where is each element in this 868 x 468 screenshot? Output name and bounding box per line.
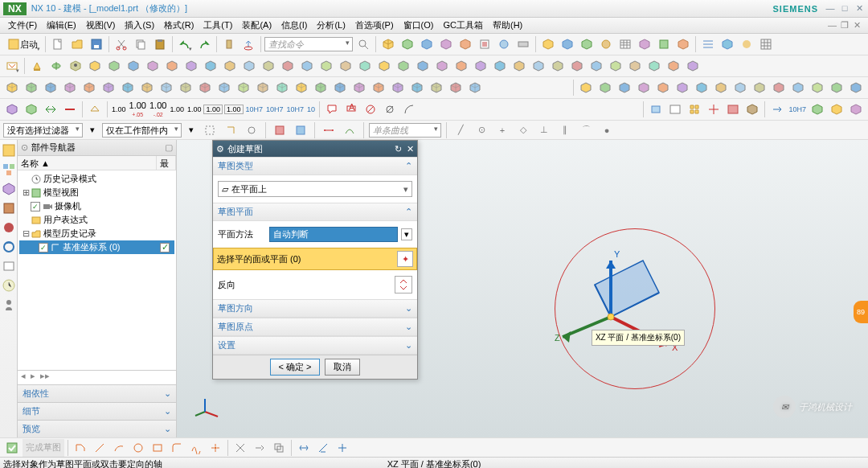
maximize-button[interactable]: □ bbox=[839, 3, 850, 14]
sel-icon-3[interactable] bbox=[243, 121, 260, 139]
feat-row2-icon-8[interactable] bbox=[158, 79, 175, 96]
datum-icon-1[interactable] bbox=[647, 101, 665, 118]
section-sketch-type[interactable]: 草图类型⌃ bbox=[213, 157, 417, 175]
tree-model-history[interactable]: ⊟模型历史记录 bbox=[19, 227, 174, 240]
minimize-button[interactable]: — bbox=[825, 3, 836, 14]
feat-row2-right-icon-10[interactable] bbox=[770, 79, 788, 96]
dim-tool-4[interactable] bbox=[61, 101, 79, 118]
sk-trim-icon[interactable] bbox=[231, 439, 249, 457]
feature-icon-11[interactable] bbox=[578, 35, 596, 53]
feat-row1-icon-9[interactable] bbox=[260, 57, 277, 75]
feat-row1-icon-28[interactable] bbox=[626, 57, 644, 75]
feature-icon-4[interactable] bbox=[437, 35, 455, 53]
open-file-icon[interactable] bbox=[68, 35, 86, 53]
ok-button[interactable]: < 确定 > bbox=[270, 359, 321, 376]
feat-row1-icon-29[interactable] bbox=[645, 57, 663, 75]
shaded-icon[interactable] bbox=[719, 35, 736, 53]
snap-icon-3[interactable]: + bbox=[493, 121, 511, 139]
menu-format[interactable]: 格式(R) bbox=[159, 18, 199, 33]
acc-details[interactable]: 细节⌄ bbox=[18, 402, 176, 420]
tree-model-view[interactable]: ⊞模型视图 bbox=[19, 186, 174, 199]
feat-row2-right-icon-6[interactable] bbox=[693, 79, 710, 96]
feat-row2-icon-11[interactable] bbox=[215, 79, 233, 96]
menu-assembly[interactable]: 装配(A) bbox=[237, 18, 276, 33]
feature-icon-8[interactable] bbox=[514, 35, 532, 53]
feat-row2-right-icon-12[interactable] bbox=[809, 79, 826, 96]
col-name[interactable]: 名称 ▲ bbox=[18, 156, 157, 170]
sel-icon-2[interactable] bbox=[222, 121, 240, 139]
feat-row2-icon-22[interactable] bbox=[428, 79, 445, 96]
feat-row2-icon-13[interactable] bbox=[254, 79, 272, 96]
dim-val-3[interactable]: 1.00-.02 bbox=[149, 101, 167, 118]
sk-arc-icon[interactable] bbox=[110, 439, 128, 457]
feat-row2-icon-4[interactable] bbox=[80, 79, 98, 96]
sketch-type-select[interactable]: ▱ 在平面上 bbox=[218, 181, 412, 197]
finish-sketch-label[interactable]: 完成草图 bbox=[23, 439, 64, 457]
sel-icon-1[interactable] bbox=[201, 121, 219, 139]
sel-icon-7[interactable] bbox=[341, 121, 358, 139]
revolve-icon[interactable] bbox=[47, 57, 65, 75]
sk-constraint-icon[interactable] bbox=[314, 439, 332, 457]
feat-row2-icon-23[interactable] bbox=[447, 79, 465, 96]
feat-row1-icon-22[interactable] bbox=[510, 57, 528, 75]
graphics-viewport[interactable]: ⚙ 创建草图 ↻ ✕ 草图类型⌃ ▱ 在平面上 草图平面⌃ 平面方法 自动判断 bbox=[177, 140, 868, 437]
mdi-close[interactable]: ✕ bbox=[854, 20, 865, 31]
dim-tool-1[interactable] bbox=[3, 101, 21, 118]
render-icon[interactable] bbox=[738, 35, 755, 53]
grid-icon[interactable] bbox=[757, 35, 775, 53]
sk-fillet-icon[interactable] bbox=[168, 439, 186, 457]
tree-camera[interactable]: ✓摄像机 bbox=[19, 199, 174, 213]
view-triad[interactable] bbox=[193, 389, 225, 421]
pin-icon[interactable]: ⊙ bbox=[21, 142, 28, 153]
datum-icon-5[interactable] bbox=[724, 101, 742, 118]
mdi-restore[interactable]: ❐ bbox=[841, 20, 852, 31]
menu-edit[interactable]: 编辑(E) bbox=[42, 18, 81, 33]
cancel-button[interactable]: 取消 bbox=[325, 359, 360, 376]
constraint-navigator-tab[interactable] bbox=[2, 182, 16, 196]
annotation-icon-2[interactable]: A bbox=[342, 101, 360, 118]
feat-row1-icon-11[interactable] bbox=[298, 57, 316, 75]
feat-row1-icon-0[interactable] bbox=[86, 57, 104, 75]
feat-row1-icon-17[interactable] bbox=[414, 57, 432, 75]
select-plane-button[interactable]: ✦ bbox=[397, 251, 413, 267]
command-search[interactable]: 查找命令 bbox=[264, 37, 353, 51]
snap-icon-4[interactable]: ◇ bbox=[514, 121, 532, 139]
dim-boxed-2[interactable]: 1.00 bbox=[224, 105, 244, 114]
sk-profile-icon[interactable] bbox=[72, 439, 89, 457]
curve-rule-select[interactable]: 单条曲线 bbox=[369, 123, 441, 138]
datum-icon-4[interactable] bbox=[705, 101, 723, 118]
sel-icon-4[interactable] bbox=[271, 121, 289, 139]
section-sketch-plane[interactable]: 草图平面⌃ bbox=[213, 203, 417, 221]
feat-row2-icon-14[interactable] bbox=[273, 79, 291, 96]
touch-icon[interactable] bbox=[240, 35, 257, 53]
feat-row1-icon-15[interactable] bbox=[375, 57, 393, 75]
datum-icon-6[interactable] bbox=[743, 101, 761, 118]
feat-row2-icon-24[interactable] bbox=[466, 79, 484, 96]
dialog-reset-icon[interactable]: ↻ bbox=[395, 144, 402, 154]
sk-dim-icon[interactable] bbox=[295, 439, 313, 457]
dim-val-2[interactable]: 1.00+.05 bbox=[129, 101, 147, 118]
menu-tools[interactable]: 工具(T) bbox=[199, 18, 237, 33]
dim-tol-1[interactable]: 10H7 bbox=[245, 105, 264, 113]
feat-row1-icon-31[interactable] bbox=[684, 57, 702, 75]
feat-row2-right-icon-5[interactable] bbox=[674, 79, 691, 96]
sk-geo-icon[interactable] bbox=[334, 439, 351, 457]
feat-row1-icon-7[interactable] bbox=[221, 57, 239, 75]
snap-icon-8[interactable]: ● bbox=[598, 121, 616, 139]
feat-row1-icon-27[interactable] bbox=[607, 57, 624, 75]
part-navigator-tab[interactable] bbox=[2, 143, 16, 158]
snap-icon-5[interactable]: ⊥ bbox=[535, 121, 553, 139]
finish-sketch-icon[interactable] bbox=[3, 439, 21, 457]
annotation-icon-1[interactable] bbox=[323, 101, 341, 118]
feat-row2-icon-10[interactable] bbox=[196, 79, 214, 96]
filter-scope-drop[interactable]: ▾ bbox=[185, 124, 198, 137]
feature-icon-10[interactable] bbox=[559, 35, 576, 53]
feature-icon-13[interactable] bbox=[636, 35, 653, 53]
feat-icon-s2[interactable] bbox=[828, 101, 845, 118]
menu-analysis[interactable]: 分析(L) bbox=[312, 18, 350, 33]
feat-row2-icon-18[interactable] bbox=[350, 79, 368, 96]
feat-row2-right-icon-7[interactable] bbox=[712, 79, 730, 96]
filter-scope-select[interactable]: 仅在工作部件内 bbox=[102, 123, 182, 138]
feat-row2-right-icon-8[interactable] bbox=[731, 79, 749, 96]
part-info-icon[interactable] bbox=[220, 35, 238, 53]
